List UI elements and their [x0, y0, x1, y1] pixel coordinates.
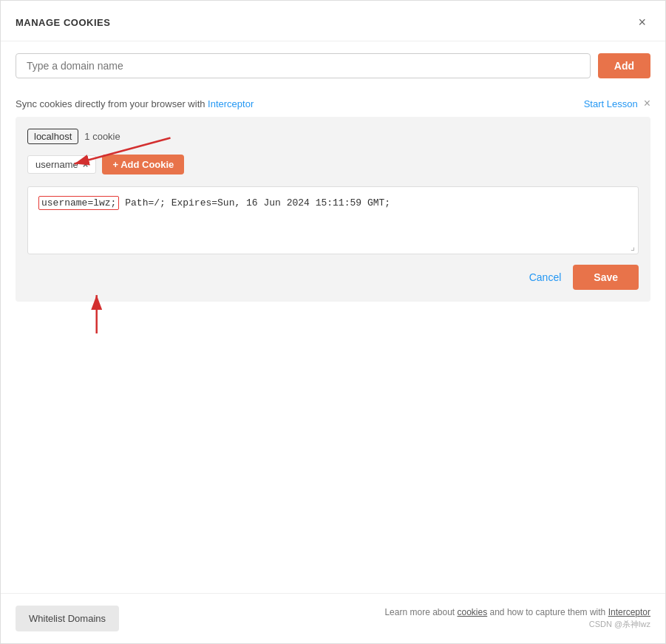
- footer-credit: CSDN @杀神lwz: [384, 619, 650, 630]
- whitelist-domains-button[interactable]: Whitelist Domains: [16, 606, 119, 631]
- add-cookie-button[interactable]: + Add Cookie: [102, 155, 184, 174]
- domain-header: localhost 1 cookie: [27, 129, 639, 144]
- modal-header: MANAGE COOKIES ×: [1, 1, 665, 41]
- interceptor-link[interactable]: Interceptor: [208, 98, 254, 109]
- domain-input[interactable]: [16, 53, 591, 78]
- banner-close-button[interactable]: ×: [644, 98, 650, 109]
- cookie-value-highlighted: username=lwz;: [38, 196, 119, 210]
- action-row: Cancel Save: [27, 254, 639, 302]
- footer-text: Learn more about cookies and how to capt…: [384, 607, 650, 617]
- footer-interceptor-link[interactable]: Interceptor: [608, 607, 650, 617]
- main-area: localhost 1 cookie username × + Add Cook…: [16, 117, 650, 302]
- cookie-chip-close[interactable]: ×: [83, 160, 89, 169]
- cookie-chip-username: username ×: [27, 155, 96, 174]
- info-banner: Sync cookies directly from your browser …: [1, 90, 665, 117]
- modal-close-button[interactable]: ×: [633, 14, 650, 30]
- save-button[interactable]: Save: [573, 265, 639, 290]
- footer-cookies-link[interactable]: cookies: [458, 607, 488, 617]
- cookie-chip-label: username: [35, 159, 78, 170]
- cookie-text-display: username=lwz; Path=/; Expires=Sun, 16 Ju…: [28, 187, 638, 254]
- modal-container: MANAGE COOKIES × Add Sync cookies direct…: [0, 0, 666, 644]
- cookie-value-rest: Path=/; Expires=Sun, 16 Jun 2024 15:11:5…: [119, 197, 390, 209]
- domain-badge: localhost: [27, 129, 78, 144]
- footer-right: Learn more about cookies and how to capt…: [384, 607, 650, 630]
- start-lesson-link[interactable]: Start Lesson: [584, 98, 638, 109]
- cookie-count: 1 cookie: [84, 131, 120, 142]
- modal-footer: Whitelist Domains Learn more about cooki…: [1, 593, 665, 643]
- add-domain-button[interactable]: Add: [598, 53, 650, 78]
- info-banner-text: Sync cookies directly from your browser …: [16, 98, 254, 109]
- resize-handle[interactable]: ⌟: [631, 242, 635, 251]
- cookie-chips-row: username × + Add Cookie: [27, 155, 639, 174]
- cancel-button[interactable]: Cancel: [529, 271, 562, 283]
- cookie-editor-area: username=lwz; Path=/; Expires=Sun, 16 Ju…: [27, 186, 639, 254]
- modal-title: MANAGE COOKIES: [16, 17, 110, 28]
- banner-right: Start Lesson ×: [584, 98, 650, 109]
- domain-input-row: Add: [1, 41, 665, 90]
